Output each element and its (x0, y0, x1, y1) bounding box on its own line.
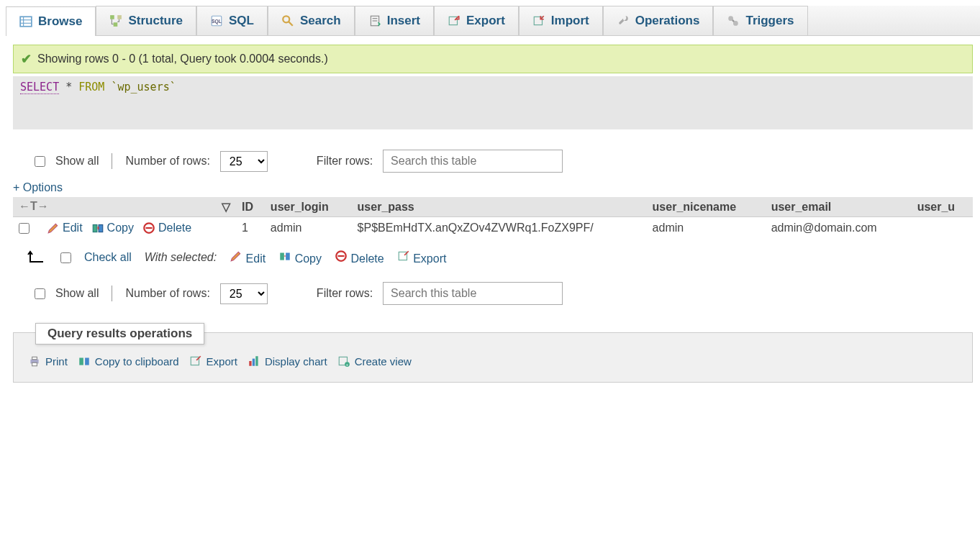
sql-query-box: SELECT * FROM `wp_users` (13, 76, 973, 129)
col-user-email[interactable]: user_email (766, 197, 912, 217)
cell-user-email: admin@domain.com (766, 217, 912, 239)
actions-header: ←T→ ▽ (13, 197, 236, 217)
svg-rect-4 (111, 15, 115, 19)
sort-arrows-icon[interactable]: ←T→ (19, 200, 49, 212)
sql-icon: SQL (210, 14, 223, 27)
cell-user-login: admin (265, 217, 352, 239)
tab-browse[interactable]: Browse (6, 6, 96, 36)
export-icon (397, 250, 410, 263)
filter-label: Filter rows: (317, 287, 373, 300)
copy-clipboard-label: Copy to clipboard (95, 355, 179, 368)
svg-rect-32 (32, 362, 37, 366)
success-banner: ✔ Showing rows 0 - 0 (1 total, Query too… (13, 45, 973, 73)
create-view-link[interactable]: + Create view (337, 355, 412, 368)
bulk-export-label: Export (413, 252, 446, 265)
show-all-label: Show all (55, 287, 99, 300)
col-user-pass[interactable]: user_pass (352, 197, 647, 217)
sort-indicator-icon[interactable]: ▽ (222, 200, 230, 214)
filter-input[interactable] (383, 282, 563, 305)
bulk-edit-label: Edit (246, 252, 266, 265)
svg-line-10 (289, 22, 293, 26)
bulk-edit[interactable]: Edit (230, 250, 266, 265)
view-icon: + (337, 355, 350, 368)
bulk-delete[interactable]: Delete (335, 250, 384, 265)
row-checkbox[interactable] (19, 223, 30, 234)
show-all-checkbox[interactable] (35, 156, 45, 167)
display-chart-label: Display chart (265, 355, 327, 368)
structure-icon (109, 14, 122, 27)
tab-structure[interactable]: Structure (96, 6, 196, 35)
delete-label: Delete (158, 222, 191, 234)
tab-search[interactable]: Search (268, 6, 355, 35)
tab-insert[interactable]: Insert (355, 6, 434, 35)
bulk-actions: Check all With selected: Edit Copy Delet… (13, 239, 973, 276)
svg-rect-21 (99, 225, 103, 232)
bulk-copy[interactable]: Copy (278, 250, 322, 265)
display-chart-link[interactable]: Display chart (248, 355, 327, 368)
tab-label: Export (466, 14, 505, 28)
tab-import[interactable]: Import (519, 6, 603, 35)
triggers-icon (727, 14, 740, 27)
svg-rect-20 (93, 225, 97, 232)
num-rows-select[interactable]: 25 (220, 151, 268, 172)
copy-label: Copy (107, 222, 134, 234)
bulk-export[interactable]: Export (397, 250, 447, 265)
edit-link[interactable]: Edit (47, 222, 83, 234)
export-icon (189, 355, 202, 368)
copy-link[interactable]: Copy (91, 222, 134, 234)
svg-rect-24 (280, 253, 284, 260)
tab-triggers[interactable]: Triggers (713, 6, 807, 35)
svg-rect-34 (85, 358, 89, 365)
bulk-delete-label: Delete (350, 252, 384, 265)
delete-icon (142, 222, 155, 234)
svg-rect-31 (32, 357, 37, 359)
wrench-icon (617, 14, 630, 27)
cell-user-nicename: admin (647, 217, 766, 239)
svg-rect-39 (255, 356, 258, 366)
check-all-checkbox[interactable] (60, 252, 71, 263)
tab-sql[interactable]: SQL SQL (196, 6, 268, 35)
col-truncated[interactable]: user_u (912, 197, 973, 217)
controls-bottom: Show all Number of rows: 25 Filter rows: (13, 276, 973, 311)
copy-clipboard-link[interactable]: Copy to clipboard (78, 355, 179, 368)
tab-label: Structure (128, 14, 183, 28)
copy-icon (91, 222, 104, 234)
col-user-nicename[interactable]: user_nicename (647, 197, 766, 217)
show-all-checkbox[interactable] (35, 288, 45, 299)
col-id[interactable]: ID (236, 197, 265, 217)
arrow-up-icon (26, 249, 47, 266)
search-icon (281, 14, 294, 27)
print-label: Print (45, 355, 68, 368)
bulk-copy-label: Copy (295, 252, 322, 265)
tab-operations[interactable]: Operations (603, 6, 714, 35)
insert-icon (368, 14, 381, 27)
delete-icon (335, 250, 348, 263)
separator (112, 286, 112, 301)
check-all-link[interactable]: Check all (84, 251, 132, 264)
delete-link[interactable]: Delete (142, 222, 191, 234)
print-link[interactable]: Print (28, 355, 68, 368)
filter-input[interactable] (383, 150, 563, 173)
svg-text:+: + (346, 362, 348, 367)
pencil-icon (47, 222, 60, 234)
copy-icon (78, 355, 91, 368)
num-rows-select[interactable]: 25 (220, 283, 268, 304)
options-toggle[interactable]: + Options (13, 178, 973, 197)
col-user-login[interactable]: user_login (265, 197, 352, 217)
tab-export[interactable]: Export (434, 6, 519, 35)
tab-label: SQL (229, 14, 254, 28)
svg-line-19 (732, 20, 734, 22)
check-icon: ✔ (21, 51, 32, 67)
export-label: Export (207, 355, 237, 368)
export-link[interactable]: Export (189, 355, 237, 368)
data-table: ←T→ ▽ ID user_login user_pass user_nicen… (13, 197, 973, 239)
query-results-operations: Query results operations Print Copy to c… (13, 332, 973, 383)
svg-rect-37 (249, 361, 251, 366)
table-row: Edit Copy Delete 1 admin $P$BEmHdTX.anQx… (13, 217, 973, 239)
show-all-label: Show all (55, 155, 99, 168)
num-rows-label: Number of rows: (125, 287, 209, 300)
sql-keyword: SELECT (20, 81, 59, 94)
tab-label: Triggers (745, 14, 794, 28)
tab-bar: Browse Structure SQL SQL Search Insert E… (6, 6, 980, 36)
copy-icon (278, 250, 291, 263)
